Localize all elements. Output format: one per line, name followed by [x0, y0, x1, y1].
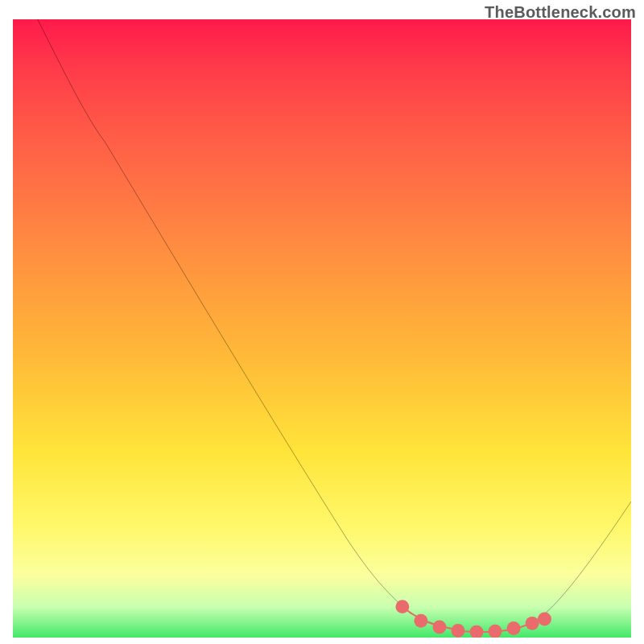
svg-point-3: [452, 624, 465, 638]
svg-point-1: [414, 614, 427, 628]
svg-point-2: [432, 620, 446, 634]
svg-point-5: [489, 625, 502, 638]
chart-container: TheBottleneck.com: [0, 0, 644, 644]
svg-point-7: [526, 617, 539, 630]
svg-point-4: [470, 625, 484, 638]
optimal-band-dots: [395, 600, 551, 638]
svg-point-8: [538, 613, 551, 626]
chart-svg: [13, 19, 631, 638]
bottleneck-curve: [38, 19, 631, 632]
svg-point-0: [395, 600, 409, 613]
plot-area: [13, 19, 631, 638]
attribution-label: TheBottleneck.com: [485, 3, 636, 22]
svg-point-6: [507, 621, 521, 635]
